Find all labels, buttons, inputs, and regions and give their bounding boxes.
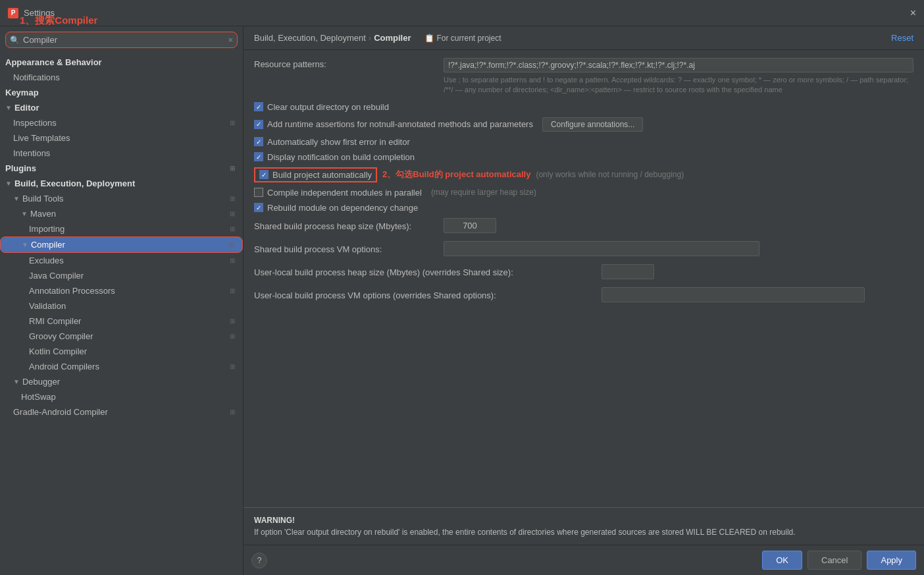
sidebar-item-importing[interactable]: Importing ⊞ — [0, 221, 243, 236]
reset-button[interactable]: Reset — [891, 33, 913, 43]
sidebar-item-annotation-processors[interactable]: Annotation Processors ⊞ — [0, 283, 243, 298]
sidebar-item-android-compilers[interactable]: Android Compilers ⊞ — [0, 359, 243, 374]
nav-extra-icon: ⊞ — [230, 408, 235, 416]
sidebar-item-label: Keymap — [5, 88, 39, 97]
resource-patterns-label: Resource patterns: — [254, 58, 438, 69]
sidebar-item-label: Inspections — [13, 118, 57, 128]
right-panel: Build, Execution, Deployment › Compiler … — [244, 26, 924, 575]
sidebar-item-inspections[interactable]: Inspections ⊞ — [0, 115, 243, 130]
sidebar-item-groovy-compiler[interactable]: Groovy Compiler ⊞ — [0, 329, 243, 344]
help-button[interactable]: ? — [251, 553, 267, 568]
sidebar-item-rmi-compiler[interactable]: RMI Compiler ⊞ — [0, 314, 243, 329]
nav-arrow: ▼ — [21, 210, 28, 217]
apply-button[interactable]: Apply — [867, 551, 916, 570]
sidebar-item-plugins[interactable]: Plugins ⊞ — [0, 161, 243, 176]
checkbox-clear-output-label: Clear output directory on rebuild — [267, 102, 389, 112]
sidebar-item-kotlin-compiler[interactable]: Kotlin Compiler — [0, 344, 243, 359]
nav-arrow: ▼ — [13, 378, 20, 385]
nav-arrow: ▼ — [5, 104, 12, 111]
sidebar-item-java-compiler[interactable]: Java Compiler — [0, 268, 243, 283]
sidebar-item-label: Excludes — [29, 256, 64, 265]
resource-patterns-row: Resource patterns: Use ; to separate pat… — [254, 58, 913, 96]
vm-options-input[interactable] — [444, 241, 759, 256]
checkbox-display-notification-cb[interactable] — [254, 152, 263, 161]
ok-button[interactable]: OK — [762, 551, 802, 570]
search-box[interactable]: 🔍 × — [5, 32, 238, 48]
sidebar-item-label: Debugger — [22, 377, 60, 387]
nav-section: Appearance & Behavior Notifications Keym… — [0, 53, 243, 421]
sidebar-item-label: Java Compiler — [29, 271, 84, 281]
nav-extra-icon: ⊞ — [230, 333, 235, 340]
sidebar-item-label: Appearance & Behavior — [5, 57, 102, 67]
user-vm-options-input[interactable] — [602, 287, 865, 302]
sidebar-item-build-tools[interactable]: ▼ Build Tools ⊞ — [0, 191, 243, 206]
checkbox-show-first-error-cb[interactable] — [254, 137, 263, 146]
sidebar-item-label: RMI Compiler — [29, 316, 81, 326]
for-project-label: For current project — [437, 34, 501, 43]
nav-arrow: ▼ — [22, 241, 28, 248]
sidebar-item-label: Build, Execution, Deployment — [14, 178, 135, 188]
checkbox-add-runtime-cb[interactable] — [254, 120, 263, 129]
checkbox-compile-parallel: Compile independent modules in parallel … — [254, 188, 913, 198]
sidebar-item-label: Notifications — [13, 72, 60, 82]
sidebar-item-label: Annotation Processors — [29, 286, 115, 296]
sidebar-item-label: Groovy Compiler — [29, 331, 93, 341]
checkbox-build-auto-row: Build project automatically 2、勾选Build的 p… — [254, 167, 913, 182]
heap-size-input[interactable] — [444, 218, 496, 233]
breadcrumb-part1: Build, Execution, Deployment — [254, 33, 366, 43]
close-button[interactable]: × — [910, 7, 916, 19]
sidebar-item-label: Kotlin Compiler — [29, 346, 87, 356]
user-heap-size-input[interactable] — [602, 264, 654, 279]
title-bar: P Settings 1、搜索Compiler × — [0, 0, 924, 26]
sidebar-item-label: Validation — [29, 301, 66, 311]
search-icon: 🔍 — [10, 36, 20, 45]
search-input[interactable] — [23, 35, 228, 45]
sidebar-item-hotswap[interactable]: HotSwap — [0, 389, 243, 404]
sidebar-item-keymap[interactable]: Keymap — [0, 85, 243, 100]
checkbox-rebuild-on-change-cb[interactable] — [254, 203, 263, 212]
checkbox-compile-parallel-cb[interactable] — [254, 188, 263, 197]
checkbox-show-first-error: Automatically show first error in editor — [254, 137, 913, 147]
checkbox-clear-output: Clear output directory on rebuild — [254, 102, 913, 112]
app-icon: P — [8, 8, 18, 18]
nav-extra-icon: ⊞ — [230, 257, 235, 264]
sidebar-item-excludes[interactable]: Excludes ⊞ — [0, 253, 243, 268]
sidebar-item-debugger[interactable]: ▼ Debugger — [0, 374, 243, 389]
sidebar-item-live-templates[interactable]: Live Templates — [0, 130, 243, 146]
checkbox-add-runtime-label: Add runtime assertions for notnull-annot… — [267, 119, 533, 129]
sidebar-item-compiler[interactable]: ▼ Compiler ⊞ — [0, 236, 243, 253]
sidebar-item-editor[interactable]: ▼ Editor — [0, 100, 243, 115]
sidebar-item-validation[interactable]: Validation — [0, 298, 243, 314]
checkbox-build-auto-highlighted: Build project automatically — [254, 167, 377, 182]
checkbox-rebuild-on-change: Rebuild module on dependency change — [254, 203, 913, 213]
sidebar-item-maven[interactable]: ▼ Maven ⊞ — [0, 206, 243, 221]
resource-hint: Use ; to separate patterns and ! to nega… — [444, 75, 913, 96]
checkbox-compile-parallel-label: Compile independent modules in parallel — [267, 188, 422, 198]
sidebar-item-label: Android Compilers — [29, 362, 99, 371]
checkbox-build-auto-label: Build project automatically — [272, 170, 372, 180]
configure-annotations-button[interactable]: Configure annotations... — [542, 117, 643, 132]
warning-title: WARNING! — [254, 516, 295, 525]
user-vm-options-row: User-local build process VM options (ove… — [254, 287, 913, 302]
sidebar-item-label: Gradle-Android Compiler — [13, 407, 108, 417]
sidebar-item-label: Live Templates — [13, 133, 70, 143]
bottom-bar: ? OK Cancel Apply — [244, 545, 924, 575]
sidebar-item-label: Intentions — [13, 148, 50, 158]
checkbox-show-first-error-label: Automatically show first error in editor — [267, 137, 410, 147]
annotation-2: 2、勾选Build的 project automatically — [382, 169, 530, 180]
sidebar-item-build-execution[interactable]: ▼ Build, Execution, Deployment — [0, 176, 243, 191]
sidebar-item-appearance[interactable]: Appearance & Behavior — [0, 55, 243, 70]
nav-extra-icon: ⊞ — [229, 241, 234, 248]
search-clear[interactable]: × — [228, 35, 233, 45]
user-heap-size-row: User-local build process heap size (Mbyt… — [254, 264, 913, 279]
sidebar-item-intentions[interactable]: Intentions — [0, 146, 243, 161]
cancel-button[interactable]: Cancel — [808, 551, 861, 570]
vm-options-label: Shared build process VM options: — [254, 243, 438, 254]
checkbox-clear-output-cb[interactable] — [254, 102, 263, 111]
checkbox-rebuild-on-change-label: Rebuild module on dependency change — [267, 203, 418, 213]
sidebar-item-gradle-android[interactable]: Gradle-Android Compiler ⊞ — [0, 404, 243, 420]
resource-patterns-input[interactable] — [444, 58, 913, 72]
sidebar-item-label: HotSwap — [21, 392, 56, 402]
sidebar-item-notifications[interactable]: Notifications — [0, 70, 243, 85]
checkbox-build-auto-cb[interactable] — [259, 170, 269, 179]
